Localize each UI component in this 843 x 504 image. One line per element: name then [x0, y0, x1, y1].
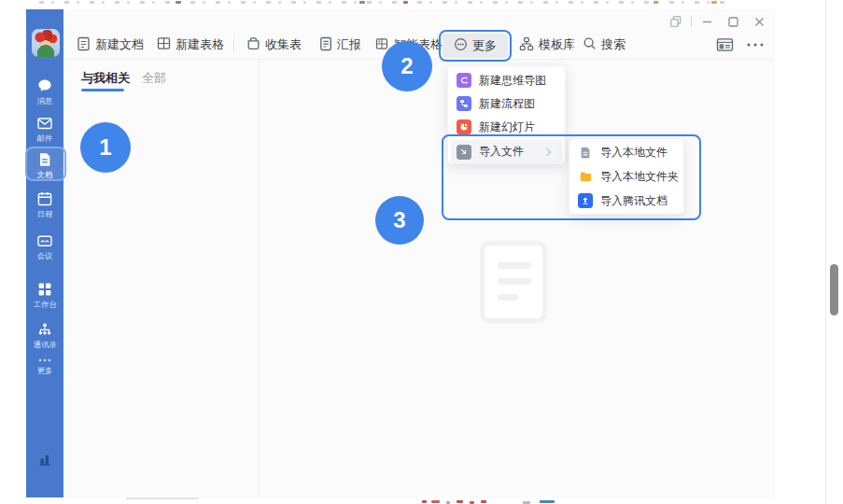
toolbar-collect-form[interactable]: 收集表	[246, 36, 302, 53]
bar-chart-icon	[36, 451, 53, 468]
menu-item-label: 导入本地文件夹	[600, 169, 679, 185]
workbench-icon	[36, 281, 53, 298]
annotation-circle-3: 3	[375, 196, 424, 245]
toolbar-template-lib[interactable]: 模板库	[519, 36, 575, 53]
sidebar-item-workbench[interactable]: 工作台	[26, 281, 63, 309]
toolbar-label: 汇报	[337, 36, 361, 53]
empty-doc-line	[498, 278, 531, 285]
text-fragment	[403, 1, 408, 4]
sidebar-item-label: 消息	[37, 96, 53, 105]
toolbar-label: 更多	[472, 37, 497, 54]
toolbar-label: 收集表	[265, 36, 302, 53]
menu-item-label: 导入文件	[479, 144, 524, 160]
chat-icon	[36, 77, 53, 94]
sidebar-item-label: 日程	[37, 209, 53, 217]
folder-icon	[578, 169, 593, 184]
sidebar-item-more[interactable]: 更多	[26, 353, 63, 375]
toolbar-more-button[interactable]: 更多	[443, 34, 508, 58]
panel-separator	[259, 60, 260, 497]
mail-icon	[36, 115, 53, 132]
annotation-circle-1: 1	[80, 122, 131, 173]
sidebar-item-label: 文档	[37, 170, 53, 178]
empty-doc-line	[498, 294, 518, 301]
toolbar-new-doc[interactable]: 新建文档	[77, 36, 144, 53]
new-doc-icon	[77, 36, 91, 54]
sidebar-item-label: 邮件	[37, 133, 53, 142]
sidebar-item-schedule[interactable]: 日程	[26, 190, 63, 218]
sidebar-item-messages[interactable]: 消息	[26, 77, 63, 105]
contacts-icon	[36, 321, 53, 338]
toolbar-divider	[572, 38, 573, 51]
toolbar-label: 新建表格	[176, 36, 224, 53]
empty-doc-line	[498, 262, 531, 269]
document-icon	[36, 151, 53, 168]
toolbar-report[interactable]: 汇报	[319, 36, 361, 53]
text-fragment	[481, 500, 486, 503]
minimize-button[interactable]	[699, 14, 714, 29]
maximize-button[interactable]	[725, 14, 740, 29]
mindmap-icon	[457, 73, 471, 88]
ellipsis-icon	[36, 353, 53, 364]
text-fragment	[176, 1, 181, 4]
sidebar-item-contacts[interactable]: 通讯录	[26, 321, 63, 349]
flowchart-icon	[457, 96, 471, 111]
sidebar-item-mail[interactable]: 邮件	[26, 115, 63, 143]
submenu-item-import-tencent-doc[interactable]: 导入腾讯文档	[569, 189, 684, 212]
text-fragment	[431, 500, 440, 503]
menu-item-import-file[interactable]: 导入文件	[447, 140, 566, 163]
import-file-icon	[457, 145, 471, 160]
menu-item-label: 新建思维导图	[479, 73, 546, 89]
toolbar-divider	[233, 38, 234, 51]
window-pin-icon[interactable]	[668, 14, 683, 29]
menu-item-new-slides[interactable]: 新建幻灯片	[447, 116, 566, 138]
text-fragment	[711, 1, 717, 4]
report-icon	[319, 36, 332, 54]
page-right-border	[825, 0, 826, 504]
close-button[interactable]	[752, 14, 766, 29]
tab-all[interactable]: 全部	[142, 70, 166, 87]
active-tab-indicator	[81, 89, 124, 91]
menu-item-new-flowchart[interactable]: 新建流程图	[447, 92, 566, 115]
toolbar-ellipsis-icon[interactable]	[744, 39, 766, 50]
grid-icon	[157, 36, 171, 53]
empty-state-doc-icon	[480, 241, 547, 323]
sidebar-item-meeting[interactable]: 会议	[26, 232, 63, 260]
submenu-item-import-local-folder[interactable]: 导入本地文件夹	[569, 165, 684, 188]
file-icon	[578, 145, 593, 160]
screenshot-root: 消息 邮件 文档 日程 会议 工作台 通讯录 更多 新建文档 新建表格	[0, 0, 843, 504]
window-controls-divider	[691, 16, 692, 27]
text-fragment	[422, 500, 427, 503]
collect-box-icon	[246, 36, 260, 53]
sidebar-item-docs[interactable]: 文档	[26, 151, 63, 179]
calendar-icon	[36, 190, 53, 207]
side-panel-icon[interactable]	[714, 36, 735, 53]
tab-related-to-me[interactable]: 与我相关	[81, 70, 130, 87]
scrollbar-thumb[interactable]	[830, 264, 838, 315]
meeting-icon	[36, 232, 53, 249]
menu-item-label: 新建流程图	[479, 96, 535, 112]
more-circle-icon	[454, 37, 468, 54]
text-fragment	[653, 1, 658, 4]
text-fragment	[359, 1, 365, 4]
menu-item-label: 导入本地文件	[600, 145, 667, 161]
sidebar-item-label: 工作台	[34, 300, 57, 308]
toolbar-search[interactable]: 搜索	[583, 36, 625, 53]
cropped-text-strip-top	[39, 1, 725, 4]
annotation-circle-2: 2	[382, 41, 432, 91]
template-nodes-icon	[519, 36, 534, 54]
menu-item-label: 新建幻灯片	[479, 119, 535, 135]
submenu-item-import-local-file[interactable]: 导入本地文件	[569, 141, 684, 163]
sidebar-footer-stats[interactable]	[26, 451, 63, 468]
text-fragment	[126, 497, 199, 499]
menu-item-label: 导入腾讯文档	[600, 193, 667, 209]
menu-item-new-mindmap[interactable]: 新建思维导图	[447, 69, 566, 91]
chevron-right-icon	[543, 147, 551, 155]
text-fragment	[540, 500, 555, 503]
slides-icon	[457, 119, 471, 134]
search-icon	[583, 36, 597, 53]
text-fragment	[457, 500, 463, 503]
sidebar-item-label: 会议	[37, 251, 53, 259]
sidebar-item-label: 更多	[37, 366, 53, 374]
user-avatar[interactable]	[32, 29, 60, 57]
toolbar-new-sheet[interactable]: 新建表格	[157, 36, 224, 53]
